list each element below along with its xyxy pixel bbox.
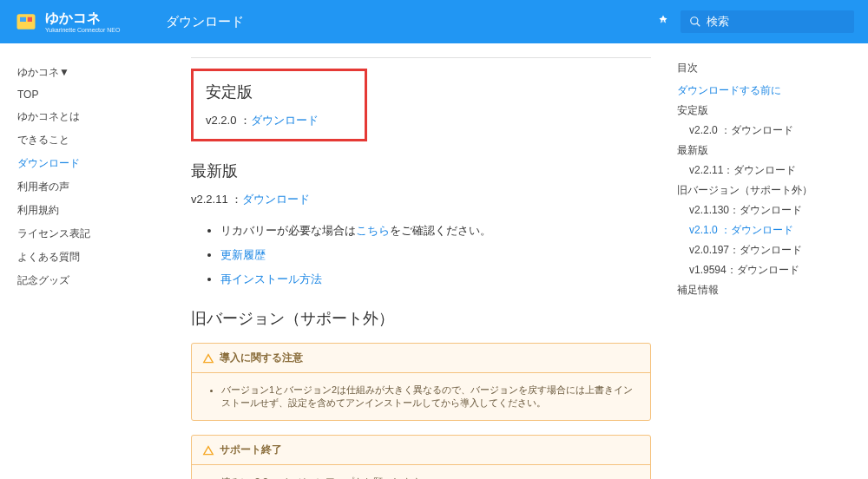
alert-title: サポート終了: [220, 443, 282, 457]
logo-subtitle: Yukarinette Connector NEO: [45, 27, 120, 33]
stable-download-link[interactable]: ダウンロード: [251, 114, 319, 127]
svg-rect-2: [28, 17, 32, 22]
toc-item[interactable]: 最新版: [677, 141, 859, 161]
alert-install-note: 導入に関する注意 バージョン1とバージョン2は仕組みが大きく異なるので、バージョ…: [191, 343, 651, 421]
sidebar-item[interactable]: 利用規約: [0, 199, 174, 222]
page-title: ダウンロード: [166, 14, 654, 30]
logo-title: ゆかコネ: [45, 11, 120, 25]
svg-point-8: [207, 451, 208, 452]
stable-version: v2.2.0 ：: [206, 114, 251, 127]
warning-icon: [202, 444, 214, 456]
sidebar-item[interactable]: 記念グッズ: [0, 269, 174, 292]
sidebar-item[interactable]: ダウンロード: [0, 152, 174, 175]
latest-heading: 最新版: [191, 161, 651, 181]
toc-item[interactable]: v2.2.0 ：ダウンロード: [677, 121, 859, 141]
toc-item[interactable]: 補足情報: [677, 280, 859, 300]
changelog-link[interactable]: 更新履歴: [220, 248, 266, 261]
main-content: 安定版 v2.2.0 ：ダウンロード 最新版 v2.2.11 ：ダウンロード リ…: [174, 43, 677, 479]
toc-item[interactable]: v2.1.130：ダウンロード: [677, 200, 859, 220]
sidebar-item[interactable]: ゆかコネとは: [0, 105, 174, 128]
toc-list: ダウンロードする前に安定版v2.2.0 ：ダウンロード最新版v2.2.11：ダウ…: [677, 81, 859, 300]
toc-item[interactable]: v2.1.0 ：ダウンロード: [677, 220, 859, 240]
logo[interactable]: ゆかコネ Yukarinette Connector NEO: [14, 10, 153, 34]
svg-point-4: [691, 17, 698, 24]
sidebar-item[interactable]: TOP: [0, 84, 174, 105]
toc-item[interactable]: v2.0.197：ダウンロード: [677, 240, 859, 260]
toc-sidebar: 目次 ダウンロードする前に安定版v2.2.0 ：ダウンロード最新版v2.2.11…: [677, 43, 868, 479]
latest-download-link[interactable]: ダウンロード: [242, 193, 310, 206]
old-versions-section: 旧バージョン（サポート外） 導入に関する注意 バージョン1とバージョン2は仕組み…: [191, 308, 651, 479]
header: ゆかコネ Yukarinette Connector NEO ダウンロード A …: [0, 0, 868, 43]
divider: [191, 57, 651, 58]
toc-item[interactable]: ダウンロードする前に: [677, 81, 859, 101]
search-icon: [689, 16, 701, 28]
svg-line-5: [697, 23, 700, 27]
alert-support-end: サポート終了 速みにv2.2へバージョンアップをお願いします。: [191, 435, 651, 479]
svg-text:A: A: [661, 18, 665, 26]
recovery-link[interactable]: こちら: [356, 224, 390, 237]
alert-title: 導入に関する注意: [220, 351, 303, 365]
app-logo-icon: [14, 10, 38, 34]
toc-item[interactable]: v1.9594：ダウンロード: [677, 260, 859, 280]
sidebar-item[interactable]: ライセンス表記: [0, 222, 174, 246]
latest-version-line: v2.2.11 ：ダウンロード: [191, 192, 651, 207]
warning-icon: [202, 352, 214, 364]
toc-heading: 目次: [677, 61, 859, 75]
bullet-changelog: 更新履歴: [220, 247, 651, 263]
latest-section: 最新版 v2.2.11 ：ダウンロード リカバリーが必要な場合はこちらをご確認く…: [191, 161, 651, 287]
stable-highlight: 安定版 v2.2.0 ：ダウンロード: [191, 69, 367, 141]
latest-bullets: リカバリーが必要な場合はこちらをご確認ください。 更新履歴 再インストール方法: [191, 223, 651, 287]
stable-version-line: v2.2.0 ：ダウンロード: [206, 113, 352, 128]
svg-rect-7: [207, 357, 208, 358]
latest-version: v2.2.11 ：: [191, 193, 242, 206]
stable-heading: 安定版: [206, 82, 352, 102]
toc-item[interactable]: v2.2.11：ダウンロード: [677, 161, 859, 180]
svg-rect-1: [20, 17, 26, 22]
svg-rect-9: [207, 449, 208, 450]
sidebar-item[interactable]: よくある質問: [0, 246, 174, 269]
font-setting-icon[interactable]: A: [654, 13, 672, 30]
sidebar-left: ゆかコネ▼TOPゆかコネとはできることダウンロード利用者の声利用規約ライセンス表…: [0, 43, 174, 479]
alert-body-text: 速みにv2.2へバージョンアップをお願いします。: [221, 476, 635, 479]
sidebar-item[interactable]: ゆかコネ▼: [0, 61, 174, 84]
reinstall-link[interactable]: 再インストール方法: [220, 272, 322, 285]
bullet-reinstall: 再インストール方法: [220, 272, 651, 287]
sidebar-item[interactable]: できること: [0, 128, 174, 152]
search-input[interactable]: 検索: [681, 10, 854, 33]
sidebar-item[interactable]: 利用者の声: [0, 175, 174, 199]
svg-point-6: [207, 359, 208, 360]
alert-body-text: バージョン1とバージョン2は仕組みが大きく異なるので、バージョンを戻す場合には上…: [221, 384, 635, 410]
bullet-recovery: リカバリーが必要な場合はこちらをご確認ください。: [220, 223, 651, 239]
toc-item[interactable]: 旧バージョン（サポート外）: [677, 180, 859, 200]
search-placeholder: 検索: [707, 14, 729, 30]
old-heading: 旧バージョン（サポート外）: [191, 308, 651, 329]
toc-item[interactable]: 安定版: [677, 101, 859, 121]
